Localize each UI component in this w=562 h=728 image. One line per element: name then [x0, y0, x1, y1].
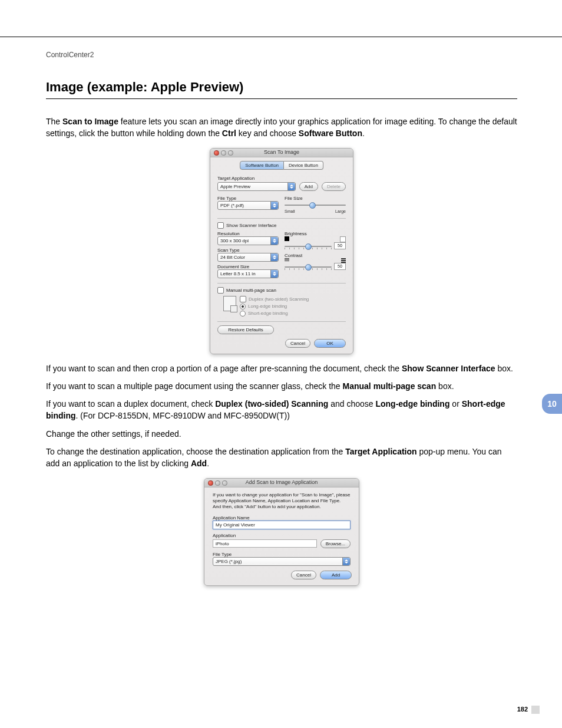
file-size-label: File Size	[285, 196, 346, 201]
duplex-paragraph: If you want to scan a duplex document, c…	[46, 398, 517, 422]
add-button[interactable]: Add	[299, 182, 318, 191]
browse-button[interactable]: Browse...	[320, 539, 351, 548]
chevron-updown-icon	[270, 253, 278, 261]
short-edge-binding-radio[interactable]: Short-edge binding	[240, 311, 309, 317]
contrast-low-icon	[285, 258, 289, 263]
target-app-paragraph: To change the destination application, c…	[46, 446, 517, 470]
resolution-label: Resolution	[217, 231, 279, 236]
dialog-titlebar: Scan To Image	[210, 149, 353, 157]
cancel-button[interactable]: Cancel	[291, 571, 316, 579]
duplex-scanning-checkbox[interactable]: Duplex (two-sided) Scanning	[240, 296, 309, 302]
file-size-large-label: Large	[335, 209, 346, 213]
document-size-label: Document Size	[217, 264, 279, 269]
target-application-select[interactable]: Apple Preview	[217, 182, 296, 191]
page-number-decoration	[531, 706, 540, 714]
target-application-label: Target Application	[217, 176, 346, 181]
show-scanner-interface-checkbox[interactable]: Show Scanner Interface	[217, 222, 346, 229]
dialog-titlebar: Add Scan to Image Application	[204, 479, 359, 487]
add-button[interactable]: Add	[320, 571, 352, 579]
manual-multi-paragraph: If you want to scan a multiple page docu…	[46, 380, 517, 392]
chevron-updown-icon	[270, 270, 278, 278]
file-type-label: File Type	[213, 552, 351, 557]
brightness-slider[interactable]	[285, 243, 332, 249]
change-settings-paragraph: Change the other settings, if needed.	[46, 428, 517, 440]
document-size-select[interactable]: Letter 8.5 x 11 in	[217, 269, 279, 278]
chevron-updown-icon	[342, 558, 350, 565]
dialog-title: Add Scan to Image Application	[204, 479, 359, 485]
chevron-updown-icon	[287, 183, 295, 190]
add-app-description: If you want to change your application f…	[213, 492, 351, 510]
contrast-value[interactable]: 50	[334, 263, 346, 270]
tab-software-button[interactable]: Software Button	[240, 161, 284, 170]
duplex-paper-icon	[223, 296, 236, 311]
resolution-select[interactable]: 300 x 300 dpi	[217, 236, 279, 245]
scan-type-label: Scan Type	[217, 248, 279, 253]
application-name-label: Application Name	[213, 515, 351, 521]
long-edge-binding-radio[interactable]: Long-edge binding	[240, 304, 309, 309]
brightness-light-icon	[340, 236, 346, 242]
file-type-select[interactable]: JPEG (*.jpg)	[213, 557, 351, 566]
brightness-label: Brightness	[285, 231, 346, 236]
page-title: Image (example: Apple Preview)	[46, 80, 517, 99]
ok-button[interactable]: OK	[314, 339, 346, 348]
add-application-dialog: Add Scan to Image Application If you wan…	[204, 478, 359, 586]
file-size-slider[interactable]	[285, 202, 346, 208]
contrast-label: Contrast	[285, 253, 346, 258]
manual-multi-page-checkbox[interactable]: Manual multi-page scan	[217, 287, 346, 294]
application-path-field: iPhoto	[213, 539, 317, 548]
intro-paragraph: The Scan to Image feature lets you scan …	[46, 116, 517, 140]
brightness-value[interactable]: 50	[334, 242, 346, 249]
scan-to-image-dialog: Scan To Image Software Button Device But…	[210, 148, 353, 354]
file-size-small-label: Small	[285, 209, 295, 213]
file-type-select[interactable]: PDF (*.pdf)	[217, 201, 279, 210]
file-type-label: File Type	[217, 196, 279, 201]
tab-device-button[interactable]: Device Button	[284, 161, 323, 170]
application-name-input[interactable]: My Original Viewer	[213, 521, 351, 529]
top-divider	[0, 37, 562, 37]
show-scanner-paragraph: If you want to scan and then crop a port…	[46, 363, 517, 374]
chapter-tab: 10	[542, 394, 562, 414]
dialog-title: Scan To Image	[210, 149, 353, 155]
restore-defaults-button[interactable]: Restore Defaults	[217, 325, 274, 334]
delete-button[interactable]: Delete	[322, 182, 346, 191]
brightness-dark-icon	[285, 236, 289, 241]
contrast-high-icon	[341, 258, 346, 263]
scan-type-select[interactable]: 24 Bit Color	[217, 253, 279, 262]
page-number: 182	[517, 706, 528, 713]
application-label: Application	[213, 533, 351, 538]
breadcrumb: ControlCenter2	[46, 51, 94, 59]
chevron-updown-icon	[270, 237, 278, 245]
chevron-updown-icon	[270, 202, 278, 209]
contrast-slider[interactable]	[285, 264, 332, 270]
cancel-button[interactable]: Cancel	[285, 339, 310, 348]
